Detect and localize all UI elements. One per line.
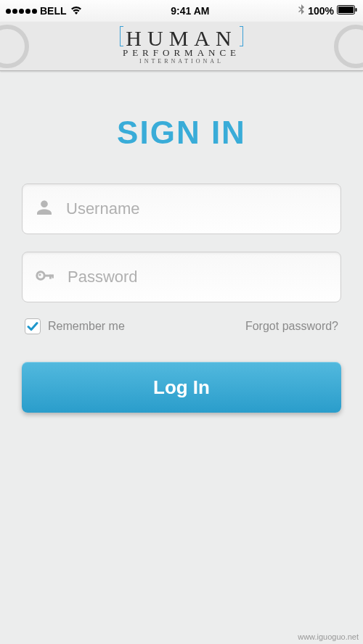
- app-header: HUMAN PERFORMANCE INTERNATIONAL: [0, 22, 363, 71]
- remember-me-toggle[interactable]: Remember me: [25, 318, 125, 334]
- key-icon: [36, 267, 68, 287]
- svg-point-4: [38, 273, 41, 276]
- signal-strength-icon: [6, 9, 37, 14]
- wifi-icon: [70, 5, 83, 17]
- svg-rect-6: [49, 275, 52, 279]
- brand-logo-main: HUMAN: [123, 28, 240, 49]
- svg-rect-2: [355, 8, 356, 12]
- forgot-password-link[interactable]: Forgot password?: [245, 320, 338, 333]
- login-button[interactable]: Log In: [22, 362, 341, 413]
- signin-form: SIGN IN Remember me Forgot password? Log…: [0, 115, 363, 413]
- brand-logo: HUMAN PERFORMANCE INTERNATIONAL: [123, 28, 240, 65]
- header-ornament-right-icon: [312, 22, 363, 70]
- status-right: 100%: [298, 4, 357, 18]
- clock: 9:41 AM: [171, 5, 209, 17]
- password-field[interactable]: [22, 252, 341, 302]
- battery-icon: [337, 5, 357, 17]
- svg-rect-1: [338, 7, 354, 13]
- brand-logo-tag: INTERNATIONAL: [123, 59, 240, 65]
- password-input[interactable]: [68, 268, 327, 286]
- checkbox-checked-icon: [25, 318, 41, 334]
- status-bar: BELL 9:41 AM 100%: [0, 0, 363, 22]
- svg-rect-7: [52, 275, 54, 278]
- username-field[interactable]: [22, 183, 341, 234]
- battery-percent: 100%: [308, 5, 334, 17]
- watermark: www.iguoguo.net: [298, 632, 359, 641]
- username-input[interactable]: [66, 199, 327, 218]
- page-title: SIGN IN: [22, 115, 341, 151]
- user-icon: [36, 199, 66, 219]
- header-ornament-left-icon: [0, 22, 51, 70]
- carrier-label: BELL: [40, 5, 67, 17]
- remember-me-label: Remember me: [48, 320, 125, 333]
- bluetooth-icon: [298, 4, 305, 18]
- status-left: BELL: [6, 5, 83, 17]
